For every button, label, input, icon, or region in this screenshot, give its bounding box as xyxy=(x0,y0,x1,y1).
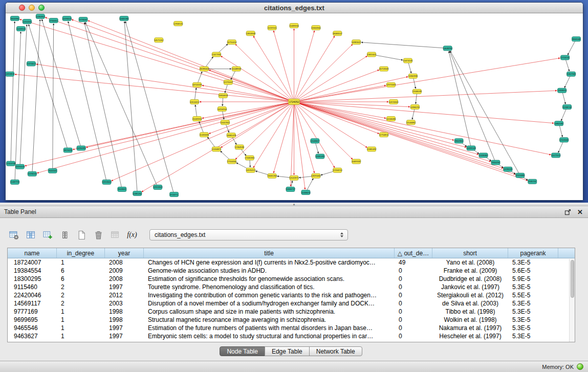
table-cell: 5.3E-5 xyxy=(508,258,558,267)
tab-edge-table[interactable]: Edge Table xyxy=(265,346,310,356)
splitter-handle-icon: ▴ xyxy=(293,202,295,206)
tab-node-table[interactable]: Node Table xyxy=(220,346,265,356)
table-row[interactable]: 911546021997Tourette syndrome. Phenomeno… xyxy=(8,283,575,291)
network-canvas[interactable]: 1724052109743431016608612754810153654921… xyxy=(6,13,583,200)
graph-node-label: 15057822 xyxy=(221,121,230,124)
close-panel-button[interactable]: ✕ xyxy=(577,209,583,215)
table-cell: 1 xyxy=(57,316,105,324)
table-cell: Nakamura et al. (1997) xyxy=(432,324,508,332)
table-cell: 2 xyxy=(57,283,105,291)
column-header-out_de[interactable]: △ out_de… xyxy=(395,248,432,258)
table-panel-header: Table Panel ✕ xyxy=(0,206,588,218)
table-scrollbar-thumb[interactable] xyxy=(571,260,574,298)
new-table-button[interactable] xyxy=(75,229,88,241)
memory-status[interactable]: Memory: OK xyxy=(542,364,574,370)
table-cell: 2 xyxy=(57,291,105,299)
import-table-button[interactable] xyxy=(108,229,122,241)
graph-node-label: 10196535 xyxy=(503,168,513,170)
table-cell: 0 xyxy=(395,283,432,291)
table-row[interactable]: 977716911998Corpus callosum shape and si… xyxy=(8,308,575,316)
graph-node-label: 15938742 xyxy=(562,106,572,108)
table-source-select[interactable]: citations_edges.txt xyxy=(149,229,348,240)
graph-node-label: 16254554 xyxy=(217,108,227,111)
table-body: 1872400712008Changes of HCN gene express… xyxy=(8,258,575,342)
edit-table-button[interactable] xyxy=(41,229,54,241)
column-header-year[interactable]: year xyxy=(105,248,144,258)
table-cell: 18724007 xyxy=(8,258,57,267)
table-row[interactable]: 946554611997Estimation of the future num… xyxy=(8,324,575,332)
table-settings-button[interactable] xyxy=(7,229,20,241)
graph-node-label: 10196532 xyxy=(28,172,37,175)
table-cell: 2008 xyxy=(105,275,144,283)
network-desktop: citations_edges.txt 17240521097434310166… xyxy=(0,0,588,203)
graph-node-label: 15546039 xyxy=(412,90,422,93)
graph-node-label: 9605980 xyxy=(11,17,19,20)
function-builder-button[interactable]: f(x) xyxy=(125,229,139,241)
table-cell: 9465546 xyxy=(8,324,57,332)
table-cell: Franke et al. (2009) xyxy=(432,267,508,275)
graph-node-label: 17554300 xyxy=(227,160,237,163)
graph-node-label: 10590026 xyxy=(15,165,25,168)
table-row[interactable]: 946362711997Embryonic stem cells: a mode… xyxy=(8,332,575,340)
graph-node-label: 17081983 xyxy=(245,157,254,159)
table-cell: Structural magnetic resonance image aver… xyxy=(144,316,395,324)
table-cell: 6 xyxy=(57,267,105,275)
column-header-title[interactable]: title xyxy=(144,248,395,258)
table-row[interactable]: 2242004622012Investigating the contribut… xyxy=(8,291,575,299)
column-header-name[interactable]: name xyxy=(8,248,57,258)
graph-node-label: 11313758 xyxy=(6,162,16,165)
table-cell: 2009 xyxy=(105,267,144,275)
graph-node-label: 15069594 xyxy=(192,118,202,120)
table-cell: 1 xyxy=(57,332,105,340)
table-cell: 6 xyxy=(57,275,105,283)
table-cell: 0 xyxy=(395,291,432,299)
close-panel-icon: ✕ xyxy=(577,209,583,215)
table-cell: 1998 xyxy=(105,308,144,316)
graph-node-label: 11524480 xyxy=(515,174,525,177)
graph-node-label: 10353858 xyxy=(6,73,15,75)
table-row[interactable]: 1938455462009Genome-wide association stu… xyxy=(8,267,575,275)
table-cell: 2 xyxy=(57,299,105,308)
tab-network-table[interactable]: Network Table xyxy=(309,346,362,356)
window-titlebar[interactable]: citations_edges.txt xyxy=(6,3,583,13)
row-tools-button[interactable] xyxy=(58,229,71,241)
graph-node-label: 16362836 xyxy=(408,75,418,77)
table-cell: Disruption of a novel member of a sodium… xyxy=(144,299,395,308)
graph-node-label: 18083107 xyxy=(333,32,342,35)
table-cell: 22420046 xyxy=(8,291,57,299)
import-table-icon xyxy=(111,230,120,240)
status-bar: Memory: OK xyxy=(0,361,588,372)
graph-node-label: 16710414 xyxy=(227,41,237,43)
table-row[interactable]: 1456911722003Disruption of a novel membe… xyxy=(8,299,575,308)
graph-node-label: 11544482 xyxy=(406,121,416,124)
table-cell: 5.5E-5 xyxy=(508,291,558,299)
column-header-short[interactable]: short xyxy=(432,248,508,258)
graph-node-label: 11543627 xyxy=(310,140,320,142)
table-cell: 1997 xyxy=(105,324,144,332)
table-cell: 5.3E-5 xyxy=(508,299,558,308)
table-cell: 2003 xyxy=(105,299,144,308)
panel-title: Table Panel xyxy=(4,208,564,215)
table-cell: 0 xyxy=(395,332,432,340)
table-row[interactable]: 1872400712008Changes of HCN gene express… xyxy=(8,258,575,267)
float-panel-icon xyxy=(564,209,571,215)
graph-node-label: 9734402 xyxy=(50,19,58,22)
graph-node-label: 11431683 xyxy=(200,134,209,136)
graph-node-label: 11058462 xyxy=(478,154,488,157)
delete-table-button[interactable] xyxy=(92,229,105,241)
float-panel-button[interactable] xyxy=(564,209,571,215)
table-row[interactable]: 969969511998Structural magnetic resonanc… xyxy=(8,316,575,324)
column-chooser-button[interactable] xyxy=(24,229,37,241)
graph-node-label: 10553000 xyxy=(102,181,112,183)
table-cell: 1 xyxy=(57,308,105,316)
table-cell: 49 xyxy=(395,258,432,267)
graph-node-label: 12103443 xyxy=(559,139,569,141)
column-header-pagerank[interactable]: pagerank xyxy=(508,248,558,258)
graph-node-label: 10595257 xyxy=(246,169,255,171)
table-cell: Investigating the contribution of common… xyxy=(144,291,395,299)
table-row[interactable]: 1830029562008Estimation of significance … xyxy=(8,275,575,283)
table-scrollbar[interactable] xyxy=(569,259,575,342)
graph-node-label: 12975309 xyxy=(386,83,396,86)
column-header-in_degree[interactable]: in_degree xyxy=(57,248,105,258)
graph-node-label: 11058474 xyxy=(301,191,311,194)
